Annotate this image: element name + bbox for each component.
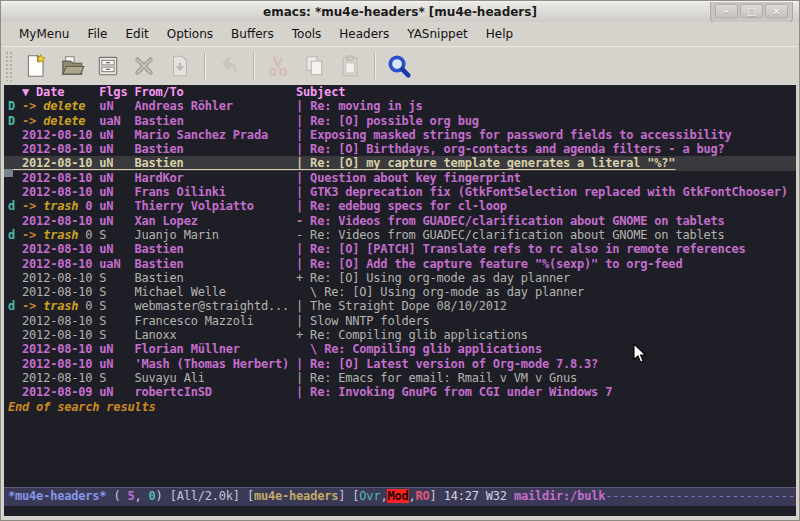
paste-icon	[337, 53, 363, 79]
toolbar-grip-handle[interactable]	[5, 51, 13, 81]
modeline-segment: mu4e-headers	[254, 489, 338, 503]
open-button[interactable]	[55, 50, 89, 82]
message-date: 2012-08-10	[22, 328, 99, 342]
message-row[interactable]: 2012-08-10 uN Florian Müllner \ Re: Comp…	[4, 342, 796, 356]
message-row[interactable]: 2012-08-10 uN Xan Lopez - Re: Videos fro…	[4, 214, 796, 228]
menu-tools[interactable]: Tools	[283, 24, 331, 44]
message-mark	[8, 385, 22, 399]
message-subject: Re: Videos from GUADEC/clarification abo…	[310, 214, 724, 228]
message-row[interactable]: d -> trash 0 S webmaster@straightd... | …	[4, 299, 796, 313]
message-from: 'Mash (Thomas Herbert)	[134, 357, 296, 371]
message-mark	[8, 185, 22, 199]
search-button[interactable]	[382, 50, 416, 82]
maximize-button[interactable]: □	[740, 4, 763, 18]
message-from: Bastien	[134, 114, 296, 128]
message-subject: Re: Emacs for email: Rmail v VM v Gnus	[310, 371, 577, 385]
message-mark	[8, 128, 22, 142]
mark-target	[85, 99, 99, 113]
undo-icon	[216, 53, 242, 79]
message-row[interactable]: 2012-08-10 S Lanoxx + Re: Compiling glib…	[4, 328, 796, 342]
modeline-segment: [All/2.0k]	[170, 489, 247, 503]
message-row[interactable]: 2012-08-10 uaN Bastien | Re: [O] Add the…	[4, 257, 796, 271]
menu-mymenu[interactable]: MyMenu	[10, 24, 78, 44]
save-icon	[95, 53, 121, 79]
message-mark	[8, 271, 22, 285]
message-row[interactable]: 2012-08-10 uN Bastien | Re: [O] [PATCH] …	[4, 242, 796, 256]
message-row[interactable]: 2012-08-10 uN Bastien | Re: [O] my captu…	[4, 156, 796, 170]
close-button[interactable]: ✕	[765, 4, 788, 18]
modeline-segment: ]	[338, 489, 352, 503]
message-row[interactable]: d -> trash 0 uN Thierry Volpiatto | Re: …	[4, 199, 796, 213]
cut-icon	[265, 53, 291, 79]
modeline-segment: ,	[409, 489, 416, 503]
message-subject: Re: [O] possible org bug	[310, 114, 479, 128]
message-mark	[8, 328, 22, 342]
message-row[interactable]: 2012-08-10 uN Bastien | Re: [O] Birthday…	[4, 142, 796, 156]
message-from: Andreas Röhler	[134, 99, 296, 113]
message-row[interactable]: 2012-08-10 uN HardKor | Question about k…	[4, 171, 796, 185]
message-flags: uN	[99, 357, 134, 371]
scroll-indicator[interactable]	[4, 169, 13, 177]
message-subject: Re: [O] Birthdays, org-contacts and agen…	[310, 142, 724, 156]
message-date: 2012-08-10	[22, 242, 99, 256]
message-row[interactable]: 2012-08-09 uN robertcInSD | Re: Invoking…	[4, 385, 796, 399]
message-date: 2012-08-10	[22, 171, 99, 185]
message-mark	[8, 371, 22, 385]
mark-target	[85, 114, 99, 128]
thread-prefix: |	[296, 156, 310, 170]
mark-action: trash	[43, 199, 78, 213]
message-flags: S	[99, 314, 134, 328]
message-flags: uN	[99, 156, 134, 170]
modeline-segment: RO	[416, 489, 430, 503]
menu-edit[interactable]: Edit	[117, 24, 158, 44]
message-date: 2012-08-10	[22, 285, 99, 299]
thread-prefix: |	[296, 242, 310, 256]
message-row[interactable]: D -> delete uN Andreas Röhler | Re: movi…	[4, 99, 796, 113]
message-subject: Exposing masked strings for password fie…	[310, 128, 731, 142]
message-flags: S	[99, 271, 134, 285]
menu-yasnippet[interactable]: YASnippet	[398, 24, 477, 44]
thread-prefix: \	[296, 342, 324, 356]
echo-area	[4, 506, 796, 516]
copy-button	[297, 50, 331, 82]
title-bar[interactable]: emacs: *mu4e-headers* [mu4e-headers] –□✕	[1, 1, 799, 22]
menu-buffers[interactable]: Buffers	[222, 24, 283, 44]
toolbar	[2, 46, 798, 85]
message-row[interactable]: 2012-08-10 S Suvayu Ali | Re: Emacs for …	[4, 371, 796, 385]
delete-button[interactable]	[127, 50, 161, 82]
message-from: Frans Oilinki	[134, 185, 296, 199]
new-file-button[interactable]	[19, 50, 53, 82]
mark-action: delete	[43, 114, 85, 128]
message-from: Michael Welle	[134, 285, 296, 299]
message-from: Suvayu Ali	[134, 371, 296, 385]
thread-prefix: |	[296, 357, 310, 371]
menu-help[interactable]: Help	[477, 24, 522, 44]
message-from: Bastien	[134, 242, 296, 256]
message-row[interactable]: 2012-08-10 uN 'Mash (Thomas Herbert) | R…	[4, 357, 796, 371]
thread-prefix: \	[296, 285, 324, 299]
message-row[interactable]: 2012-08-10 S Francesco Mazzoli | Slow NN…	[4, 314, 796, 328]
thread-prefix: |	[296, 257, 310, 271]
message-row[interactable]: d -> trash 0 S Juanjo Marin - Re: Videos…	[4, 228, 796, 242]
search-icon	[386, 53, 412, 79]
message-row[interactable]: 2012-08-10 S Michael Welle \ Re: [O] Usi…	[4, 285, 796, 299]
menu-options[interactable]: Options	[158, 24, 222, 44]
message-row[interactable]: 2012-08-10 S Bastien + Re: [O] Using org…	[4, 271, 796, 285]
minimize-button[interactable]: –	[715, 4, 738, 18]
mark-target: 0	[78, 299, 99, 313]
thread-prefix: |	[296, 171, 310, 185]
headers-column-row: ▼ Date Flgs From/To Subject	[4, 85, 796, 99]
save-button[interactable]	[91, 50, 125, 82]
message-subject: Re: moving in js	[310, 99, 422, 113]
modeline-segment: maildir:/bulk	[514, 489, 605, 503]
message-mark: d	[8, 299, 22, 313]
window-controls: –□✕	[710, 2, 793, 23]
message-row[interactable]: D -> delete uaN Bastien | Re: [O] possib…	[4, 114, 796, 128]
message-mark	[8, 285, 22, 299]
menu-headers[interactable]: Headers	[330, 24, 398, 44]
menu-file[interactable]: File	[78, 24, 116, 44]
message-row[interactable]: 2012-08-10 uN Mario Sanchez Prada | Expo…	[4, 128, 796, 142]
message-subject: Re: [O] [PATCH] Translate refs to rc als…	[310, 242, 746, 256]
message-subject: Re: [O] my capture template generates a …	[310, 156, 675, 170]
message-row[interactable]: 2012-08-10 uN Frans Oilinki | GTK3 depre…	[4, 185, 796, 199]
